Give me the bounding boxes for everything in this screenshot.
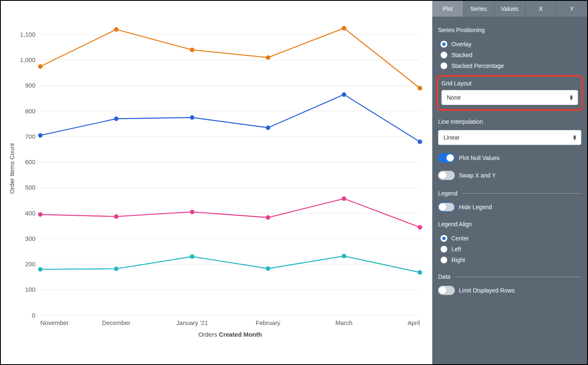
- svg-point-49: [418, 225, 422, 230]
- line-interpolation-value: Linear: [443, 134, 460, 141]
- hide-legend-toggle[interactable]: [438, 202, 455, 212]
- svg-text:700: 700: [25, 133, 35, 140]
- legend-align-radios: CenterLeftRight: [438, 235, 581, 263]
- svg-point-47: [266, 215, 270, 220]
- grid-layout-label: Grid Layout: [441, 80, 578, 87]
- svg-text:February: February: [256, 320, 281, 326]
- app-root: 01002003004005006007008009001,0001,100No…: [0, 0, 588, 365]
- svg-point-36: [342, 92, 346, 97]
- legend-align-option-right[interactable]: Right: [441, 257, 581, 263]
- line-interpolation-label: Line Interpolation: [438, 118, 581, 125]
- svg-text:800: 800: [25, 108, 35, 115]
- svg-point-32: [38, 133, 42, 138]
- svg-point-50: [38, 64, 42, 69]
- swap-xy-toggle[interactable]: [438, 171, 455, 180]
- svg-point-35: [266, 125, 270, 130]
- tab-plot[interactable]: Plot: [432, 1, 463, 17]
- tab-y[interactable]: Y: [556, 1, 587, 17]
- legend-align-option-left[interactable]: Left: [441, 246, 581, 252]
- hide-legend-label: Hide Legend: [459, 204, 492, 210]
- svg-point-41: [266, 266, 270, 271]
- svg-point-54: [342, 26, 346, 30]
- svg-point-42: [342, 254, 346, 258]
- svg-point-55: [418, 86, 422, 90]
- svg-point-39: [114, 267, 119, 271]
- svg-point-38: [38, 267, 42, 272]
- svg-point-48: [342, 196, 346, 201]
- legend-align-option-label: Left: [451, 246, 461, 252]
- svg-text:November: November: [40, 320, 69, 326]
- svg-text:Orders Created Month: Orders Created Month: [198, 331, 262, 338]
- legend-align-option-label: Center: [451, 235, 469, 242]
- data-section-label: Data: [438, 273, 451, 280]
- select-chevrons-icon: ▲▼: [572, 135, 577, 140]
- hide-legend-toggle-row[interactable]: Hide Legend: [438, 202, 581, 212]
- svg-point-46: [190, 210, 194, 214]
- series-positioning-label: Series Positioning: [438, 27, 581, 33]
- chart-legend: ActiveBlazers & JacketsDressesJeans: [5, 362, 428, 365]
- svg-point-34: [190, 115, 194, 120]
- config-body: Series Positioning OverlayStackedStacked…: [432, 17, 587, 302]
- svg-point-40: [190, 254, 194, 259]
- series-positioning-option-overlay[interactable]: Overlay: [441, 41, 581, 48]
- svg-text:March: March: [335, 320, 352, 326]
- select-chevrons-icon: ▲▼: [569, 95, 574, 100]
- svg-point-52: [190, 48, 194, 52]
- legend-align-label: Legend Align: [438, 221, 581, 228]
- plot-null-toggle-row[interactable]: Plot Null Values: [438, 153, 581, 162]
- config-sidebar: PlotSeriesValuesXY Series Positioning Ov…: [432, 1, 587, 364]
- svg-text:400: 400: [25, 210, 35, 217]
- svg-text:900: 900: [25, 82, 35, 89]
- svg-text:Order Items Count: Order Items Count: [9, 143, 15, 194]
- plot-null-label: Plot Null Values: [459, 155, 500, 161]
- swap-xy-label: Swap X and Y: [459, 172, 496, 179]
- plot-null-toggle[interactable]: [438, 153, 455, 162]
- series-positioning-radios: OverlayStackedStacked Percentage: [438, 41, 581, 69]
- svg-text:December: December: [102, 320, 130, 326]
- svg-text:200: 200: [25, 261, 35, 268]
- series-positioning-option-label: Stacked: [451, 52, 473, 58]
- svg-point-51: [114, 27, 119, 32]
- tab-series[interactable]: Series: [463, 1, 495, 17]
- grid-layout-value: None: [447, 94, 461, 101]
- svg-point-45: [114, 214, 119, 219]
- limit-rows-label: Limit Displayed Rows: [459, 287, 515, 294]
- svg-text:1,100: 1,100: [20, 31, 35, 38]
- svg-point-53: [266, 55, 270, 60]
- series-positioning-option-label: Stacked Percentage: [451, 62, 504, 69]
- line-interpolation-select[interactable]: Linear: [438, 130, 581, 145]
- config-tabs: PlotSeriesValuesXY: [432, 1, 587, 17]
- series-positioning-option-stacked[interactable]: Stacked: [441, 52, 581, 58]
- tab-x[interactable]: X: [526, 1, 557, 17]
- svg-point-37: [418, 140, 422, 144]
- swap-xy-toggle-row[interactable]: Swap X and Y: [438, 171, 581, 180]
- svg-point-33: [114, 117, 119, 121]
- svg-text:0: 0: [32, 312, 35, 319]
- svg-text:100: 100: [25, 286, 35, 293]
- limit-rows-toggle-row[interactable]: Limit Displayed Rows: [438, 286, 581, 295]
- limit-rows-toggle[interactable]: [438, 286, 455, 295]
- data-section-header: Data: [438, 273, 581, 280]
- legend-align-option-center[interactable]: Center: [441, 235, 581, 242]
- line-chart: 01002003004005006007008009001,0001,100No…: [5, 5, 428, 360]
- svg-text:600: 600: [25, 159, 35, 165]
- svg-point-44: [38, 212, 42, 217]
- chart-panel: 01002003004005006007008009001,0001,100No…: [1, 1, 432, 364]
- series-positioning-option-stacked-percentage[interactable]: Stacked Percentage: [441, 62, 581, 69]
- svg-text:1,000: 1,000: [20, 57, 35, 63]
- svg-text:January '21: January '21: [176, 320, 208, 326]
- legend-align-option-label: Right: [451, 257, 465, 263]
- series-positioning-option-label: Overlay: [451, 41, 471, 48]
- svg-text:April: April: [408, 320, 420, 326]
- line-interpolation-select-wrap: Linear ▲▼: [438, 130, 581, 145]
- legend-section-header: Legend: [438, 190, 581, 197]
- legend-section-label: Legend: [438, 190, 458, 197]
- svg-point-43: [418, 270, 422, 275]
- tab-values[interactable]: Values: [494, 1, 526, 17]
- grid-layout-select-wrap: None ▲▼: [441, 90, 578, 105]
- grid-layout-highlight: Grid Layout None ▲▼: [436, 75, 583, 111]
- svg-text:500: 500: [25, 184, 35, 191]
- svg-text:300: 300: [25, 235, 35, 242]
- grid-layout-select[interactable]: None: [441, 90, 578, 105]
